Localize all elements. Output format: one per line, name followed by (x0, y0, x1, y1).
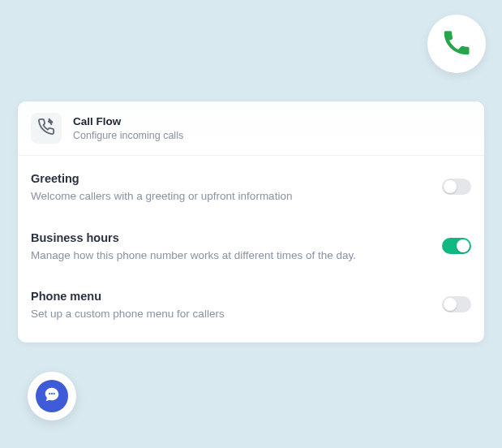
chat-fab-inner (36, 380, 68, 412)
setting-desc-greeting: Welcome callers with a greeting or upfro… (31, 188, 292, 205)
setting-title-greeting: Greeting (31, 170, 292, 187)
setting-text: Greeting Welcome callers with a greeting… (31, 170, 308, 205)
toggle-phone-menu[interactable] (442, 296, 471, 312)
phone-icon (440, 26, 473, 62)
setting-title-business-hours: Business hours (31, 230, 356, 246)
toggle-knob (444, 298, 457, 311)
setting-row-business-hours: Business hours Manage how this phone num… (18, 220, 484, 279)
toggle-knob (457, 239, 470, 252)
toggle-greeting[interactable] (442, 179, 471, 195)
chat-icon (43, 386, 61, 407)
setting-row-phone-menu: Phone menu Set up a custom phone menu fo… (18, 278, 484, 342)
header-text: Call Flow Configure incoming calls (73, 114, 183, 143)
phone-badge (427, 15, 486, 73)
card-header: Call Flow Configure incoming calls (18, 101, 484, 156)
header-icon-box (31, 113, 62, 144)
setting-title-phone-menu: Phone menu (31, 288, 225, 304)
toggle-knob (444, 180, 457, 193)
card-subtitle: Configure incoming calls (73, 129, 183, 142)
call-flow-card: Call Flow Configure incoming calls Greet… (18, 101, 484, 342)
setting-desc-phone-menu: Set up a custom phone menu for callers (31, 306, 225, 322)
setting-desc-business-hours: Manage how this phone number works at di… (31, 248, 356, 264)
card-title: Call Flow (73, 114, 183, 129)
incoming-call-icon (37, 118, 55, 139)
setting-text: Business hours Manage how this phone num… (31, 230, 372, 265)
setting-row-greeting: Greeting Welcome callers with a greeting… (18, 156, 484, 220)
setting-text: Phone menu Set up a custom phone menu fo… (31, 288, 241, 323)
chat-fab[interactable] (28, 372, 76, 420)
toggle-business-hours[interactable] (442, 238, 471, 254)
